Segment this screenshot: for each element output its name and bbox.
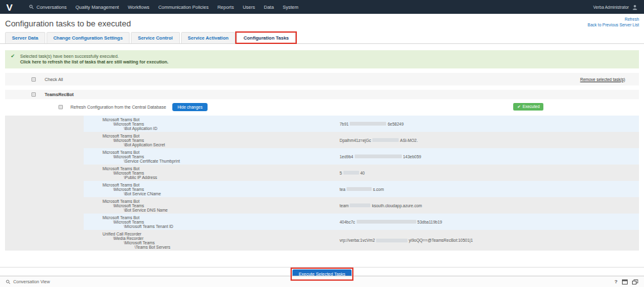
- tab-bar: Server DataChange Configuration Settings…: [0, 32, 644, 44]
- badge-check-icon: ✔: [517, 104, 520, 109]
- tab-configuration-tasks[interactable]: Configuration Tasks: [236, 32, 296, 44]
- config-path-line: \Media Recorder: [103, 236, 335, 241]
- value-text: Dpalhm41z=ejGc: [340, 138, 371, 143]
- table-row: Unified Call Recorder\Media Recorder\Mic…: [5, 230, 639, 251]
- server-section-row: TeamsRecBot: [5, 90, 639, 99]
- tab-change-configuration-settings[interactable]: Change Configuration Settings: [47, 32, 130, 43]
- value-text: s.com: [373, 187, 384, 192]
- task-checkbox[interactable]: [58, 105, 63, 109]
- settings-table: Microsoft Teams Bot\Microsoft Teams\Bot …: [5, 116, 639, 251]
- value-text: ASi-MO2.: [400, 138, 418, 143]
- remove-selected-tasks-link[interactable]: Remove selected task(s): [580, 77, 625, 82]
- row-gutter: [5, 116, 84, 132]
- table-row: Microsoft Teams Bot\Microsoft Teams\Publ…: [5, 165, 639, 181]
- row-gutter: [5, 132, 84, 148]
- window-icon[interactable]: [622, 279, 628, 284]
- tab-service-control[interactable]: Service Control: [131, 32, 179, 43]
- nav-item-reports[interactable]: Reports: [218, 4, 234, 10]
- badge-label: Executed: [523, 104, 540, 109]
- row-gutter: [5, 230, 84, 251]
- value-text: 404bc7c: [340, 220, 355, 224]
- value-text: 40: [360, 171, 365, 175]
- tab-service-activation[interactable]: Service Activation: [181, 32, 236, 43]
- config-path-line: \Public IP Address: [103, 175, 335, 180]
- config-path: Microsoft Teams Bot\Microsoft Teams\Bot …: [84, 197, 335, 214]
- config-value: 404bc7c53dba119b19: [335, 214, 639, 230]
- tab-server-data[interactable]: Server Data: [5, 32, 45, 43]
- config-value: teamksouth.cloudapp.azure.com: [335, 197, 639, 214]
- config-value: 1ed9b4143eb059: [335, 148, 639, 165]
- redacted-value: [350, 203, 370, 207]
- config-path: Microsoft Teams Bot\Microsoft Teams\Publ…: [84, 165, 335, 181]
- nav-item-quality-management[interactable]: Quality Management: [75, 4, 119, 10]
- statusbar-icons: ?: [614, 279, 638, 284]
- config-value: 540: [335, 165, 639, 181]
- page-title: Configuration tasks to be executed: [5, 19, 639, 28]
- value-text: vrp://verba:1vcVm2: [340, 238, 375, 242]
- annotation-box: [235, 31, 297, 44]
- refresh-tasks-link[interactable]: Click here to refresh the list of tasks …: [20, 59, 634, 65]
- nav-item-users[interactable]: Users: [243, 4, 255, 10]
- value-text: 5: [340, 171, 342, 175]
- success-check-icon: ✔: [11, 53, 15, 59]
- back-to-server-list-link[interactable]: Back to Previous Server List: [587, 23, 639, 28]
- config-path-line: \Bot Service DNS Name: [103, 208, 335, 212]
- config-path-line: Microsoft Teams Bot: [103, 134, 335, 138]
- user-name: Verba Administrator: [593, 5, 629, 9]
- config-path-line: \Service Certificate Thumbprint: [103, 159, 335, 163]
- redacted-value: [347, 187, 372, 191]
- config-path-line: Microsoft Teams Bot: [103, 150, 335, 154]
- table-row: Microsoft Teams Bot\Microsoft Teams\Serv…: [5, 148, 639, 165]
- row-gutter: [5, 148, 84, 165]
- refresh-link[interactable]: Refresh: [587, 17, 639, 23]
- header-links: Refresh Back to Previous Server List: [587, 17, 639, 28]
- verba-logo[interactable]: V: [6, 3, 13, 12]
- row-gutter: [5, 214, 84, 230]
- nav-item-system[interactable]: System: [282, 4, 298, 10]
- server-checkbox[interactable]: [31, 92, 36, 97]
- config-path-line: Microsoft Teams Bot: [103, 166, 335, 171]
- config-path: Microsoft Teams Bot\Microsoft Teams\Serv…: [84, 148, 335, 165]
- value-text: 7b91: [340, 122, 348, 126]
- table-row: Microsoft Teams Bot\Microsoft Teams\Bot …: [5, 116, 639, 132]
- status-bar: Conversation View ?: [0, 276, 644, 287]
- check-all-checkbox[interactable]: [31, 77, 36, 82]
- hide-changes-button[interactable]: Hide changes: [172, 103, 208, 111]
- value-text: 53dba119b19: [418, 220, 442, 224]
- value-text: yi9oQQ==@TeamsRecBot:10501|1: [409, 238, 473, 242]
- executed-badge: ✔ Executed: [513, 103, 543, 111]
- config-path: Microsoft Teams Bot\Microsoft Teams\Bot …: [84, 181, 335, 197]
- user-menu[interactable]: Verba Administrator: [593, 4, 638, 10]
- redacted-value: [343, 171, 359, 175]
- nav-item-data[interactable]: Data: [264, 4, 274, 10]
- top-navigation: V Conversations Quality ManagementWorkfl…: [0, 0, 644, 14]
- task-row: Refresh Configuration from the Central D…: [5, 101, 639, 112]
- server-name: TeamsRecBot: [45, 92, 74, 97]
- nav-item-conversations[interactable]: Conversations: [29, 4, 67, 10]
- config-path-line: \Microsoft Teams Tenant ID: [103, 224, 335, 229]
- redacted-value: [357, 220, 416, 224]
- nav-item-workflows[interactable]: Workflows: [128, 4, 149, 10]
- redacted-value: [372, 138, 399, 142]
- value-text: 143eb059: [403, 154, 421, 159]
- nav-item-communication-policies[interactable]: Communication Policies: [158, 4, 209, 10]
- search-icon: [29, 4, 34, 9]
- config-path-line: \Microsoft Teams: [103, 138, 335, 143]
- task-label: Refresh Configuration from the Central D…: [70, 105, 166, 109]
- help-icon[interactable]: ?: [614, 279, 618, 284]
- value-text: 6e58249: [387, 122, 403, 126]
- config-path-line: Unified Call Recorder: [103, 232, 335, 236]
- config-path-line: \Microsoft Teams: [103, 220, 335, 224]
- cascade-windows-icon[interactable]: [632, 279, 638, 284]
- row-gutter: [5, 165, 84, 181]
- page-header: Configuration tasks to be executed Refre…: [0, 14, 644, 31]
- config-path-line: \Microsoft Teams: [103, 122, 335, 126]
- row-gutter: [5, 181, 84, 197]
- config-path: Unified Call Recorder\Media Recorder\Mic…: [84, 230, 335, 251]
- config-path-line: \Teams Bot Servers: [103, 245, 335, 249]
- nav-item-label: Conversations: [36, 4, 67, 10]
- config-path-line: Microsoft Teams Bot: [103, 117, 335, 122]
- redacted-value: [376, 239, 408, 242]
- value-text: tea: [340, 187, 345, 192]
- config-path-line: \Bot Service CName: [103, 192, 335, 196]
